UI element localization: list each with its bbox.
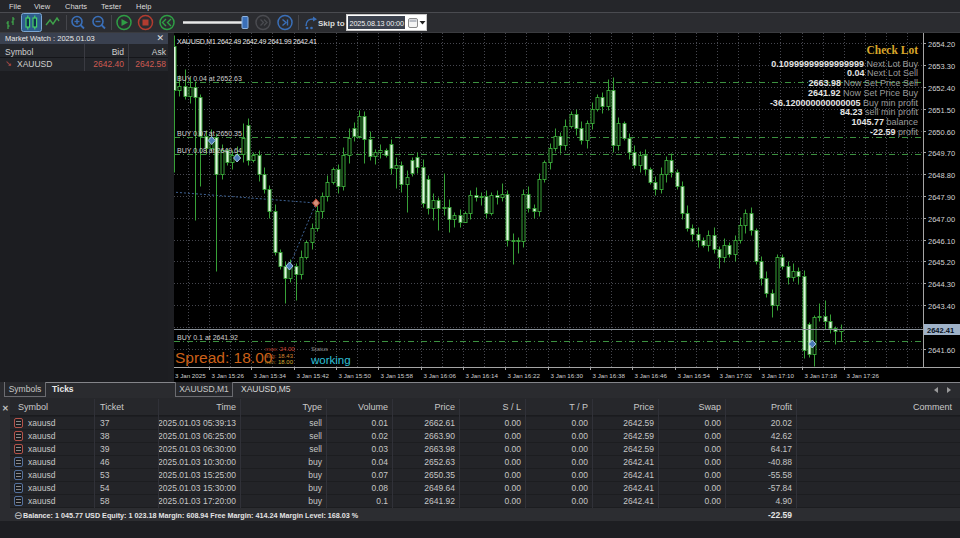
svg-text:-22.59 profit: -22.59 profit xyxy=(870,127,919,137)
svg-text:2652.40: 2652.40 xyxy=(928,84,955,93)
svg-text:1045.77 balance: 1045.77 balance xyxy=(851,117,918,127)
svg-text:0.04 Next Lot Sell: 0.04 Next Lot Sell xyxy=(847,68,918,78)
svg-text:max: 24.00: max: 24.00 xyxy=(265,346,295,352)
svg-text:3 Jan 15:42: 3 Jan 15:42 xyxy=(297,372,330,379)
svg-text:3 Jan 16:54: 3 Jan 16:54 xyxy=(678,372,711,379)
svg-text:BUY 0.1 at 2641.92: BUY 0.1 at 2641.92 xyxy=(177,334,238,341)
svg-text:2644.30: 2644.30 xyxy=(928,280,955,289)
svg-text:2646.10: 2646.10 xyxy=(928,237,955,246)
svg-text:3 Jan 16:14: 3 Jan 16:14 xyxy=(466,372,499,379)
svg-text:2650.60: 2650.60 xyxy=(928,128,955,137)
svg-text:0.10999999999999999 Next Lot B: 0.10999999999999999 Next Lot Buy xyxy=(771,59,918,69)
svg-text:3 Jan 17:26: 3 Jan 17:26 xyxy=(847,372,880,379)
svg-text:2645.20: 2645.20 xyxy=(928,258,955,267)
svg-text:2642.41: 2642.41 xyxy=(927,326,954,335)
svg-text:2647.90: 2647.90 xyxy=(928,193,955,202)
svg-text:2649.70: 2649.70 xyxy=(928,149,955,158)
svg-text:3 Jan 15:26: 3 Jan 15:26 xyxy=(212,372,245,379)
svg-text:84.23 sell min profit: 84.23 sell min profit xyxy=(840,107,919,117)
svg-text:2641.60: 2641.60 xyxy=(928,346,955,355)
svg-text:Status: Status xyxy=(311,346,328,352)
svg-text:3 Jan 16:22: 3 Jan 16:22 xyxy=(508,372,541,379)
svg-text:Skip to: Skip to xyxy=(318,19,345,28)
svg-text:3 Jan 15:50: 3 Jan 15:50 xyxy=(339,372,372,379)
svg-text:2648.80: 2648.80 xyxy=(928,171,955,180)
svg-text:3 Jan 16:38: 3 Jan 16:38 xyxy=(593,372,626,379)
svg-text:min: 18.00: min: 18.00 xyxy=(265,359,294,365)
svg-text:avg: 18.43: avg: 18.43 xyxy=(265,353,294,359)
svg-text:Spread: 18.00: Spread: 18.00 xyxy=(175,349,273,366)
svg-text:BUY 0.07 at 2650.35: BUY 0.07 at 2650.35 xyxy=(177,130,242,137)
svg-text:2647.00: 2647.00 xyxy=(928,215,955,224)
svg-text:-36.120000000000005 Buy min pr: -36.120000000000005 Buy min profit xyxy=(770,98,919,108)
svg-text:3 Jan 16:30: 3 Jan 16:30 xyxy=(551,372,584,379)
svg-text:2025.08.13 00:00: 2025.08.13 00:00 xyxy=(350,19,404,28)
svg-text:2641.92 Now Set Price Buy: 2641.92 Now Set Price Buy xyxy=(808,88,919,98)
svg-text:3 Jan 16:06: 3 Jan 16:06 xyxy=(424,372,457,379)
svg-text:3 Jan 2025: 3 Jan 2025 xyxy=(175,372,206,379)
svg-text:working: working xyxy=(310,354,351,366)
svg-text:BUY 0.08 at 2649.64: BUY 0.08 at 2649.64 xyxy=(177,147,242,154)
svg-text:Check Lot: Check Lot xyxy=(867,44,919,56)
svg-text:XAUUSD,M1 2642.49 2642.49 2641: XAUUSD,M1 2642.49 2642.49 2641.99 2642.4… xyxy=(177,38,317,45)
svg-text:2643.40: 2643.40 xyxy=(928,302,955,311)
svg-text:2663.98 Now Set Price Sell: 2663.98 Now Set Price Sell xyxy=(808,78,918,88)
svg-text:3 Jan 17:02: 3 Jan 17:02 xyxy=(720,372,753,379)
svg-text:3 Jan 17:18: 3 Jan 17:18 xyxy=(805,372,838,379)
svg-text:2654.20: 2654.20 xyxy=(928,40,955,49)
svg-text:3 Jan 15:58: 3 Jan 15:58 xyxy=(381,372,414,379)
svg-text:2653.30: 2653.30 xyxy=(928,62,955,71)
svg-text:3 Jan 17:10: 3 Jan 17:10 xyxy=(762,372,795,379)
svg-text:BUY 0.04 at 2652.63: BUY 0.04 at 2652.63 xyxy=(177,75,242,82)
svg-text:2651.50: 2651.50 xyxy=(928,106,955,115)
svg-text:3 Jan 16:46: 3 Jan 16:46 xyxy=(635,372,668,379)
svg-text:3 Jan 15:34: 3 Jan 15:34 xyxy=(254,372,287,379)
